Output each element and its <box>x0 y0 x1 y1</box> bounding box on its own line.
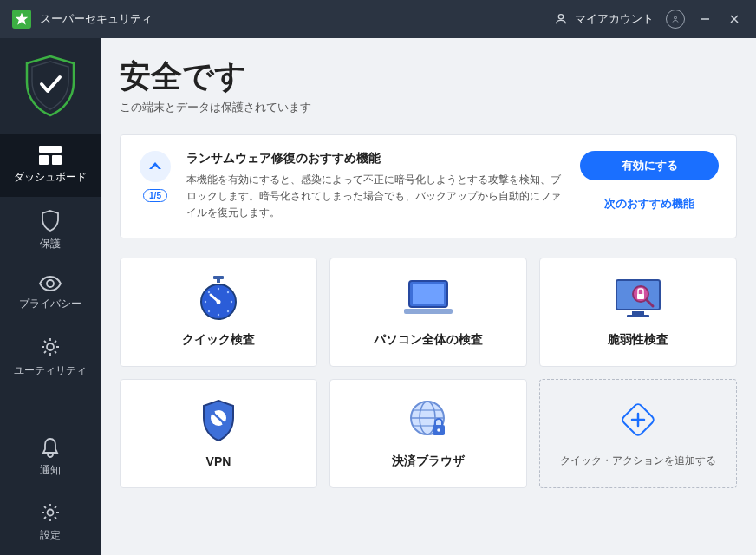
global-settings-button[interactable] <box>661 4 690 34</box>
svg-rect-27 <box>404 309 453 314</box>
monitor-search-icon <box>613 277 663 320</box>
sidebar: ダッシュボード 保護 プライバシー ユーティリティ 通知 設定 <box>0 38 101 555</box>
close-button[interactable] <box>720 14 749 24</box>
sidebar-item-label: ダッシュボード <box>14 170 87 185</box>
dashboard-icon <box>39 146 62 165</box>
sidebar-item-notifications[interactable]: 通知 <box>0 425 101 490</box>
svg-rect-30 <box>627 315 649 317</box>
bell-icon <box>41 437 60 458</box>
recommendation-icon <box>140 151 171 182</box>
up-arrow-icon <box>147 160 163 173</box>
shield-check-icon <box>22 53 79 119</box>
svg-point-36 <box>212 411 215 415</box>
svg-point-22 <box>227 291 229 292</box>
recommendation-title: ランサムウェア修復のおすすめ機能 <box>186 151 566 166</box>
svg-point-37 <box>222 421 225 425</box>
svg-rect-33 <box>637 294 644 299</box>
card-label: 脆弱性検査 <box>608 332 668 348</box>
laptop-icon <box>402 279 454 317</box>
recommendation-panel: 1/5 ランサムウェア修復のおすすめ機能 本機能を有効にすると、感染によって不正… <box>120 134 737 238</box>
svg-point-18 <box>205 300 206 302</box>
status-title: 安全です <box>120 56 737 98</box>
svg-rect-6 <box>39 146 62 153</box>
card-add-action[interactable]: クイック・アクションを追加する <box>539 379 737 488</box>
sidebar-item-dashboard[interactable]: ダッシュボード <box>0 134 101 197</box>
svg-point-24 <box>217 299 221 304</box>
sidebar-item-privacy[interactable]: プライバシー <box>0 264 101 323</box>
card-full-scan[interactable]: パソコン全体の検査 <box>329 258 527 367</box>
enable-button[interactable]: 有効にする <box>580 151 719 180</box>
plus-diamond-icon <box>617 399 659 441</box>
app-name: スーパーセキュリティ <box>40 11 153 27</box>
sidebar-item-protection[interactable]: 保護 <box>0 197 101 264</box>
minimize-icon <box>700 14 710 24</box>
minimize-button[interactable] <box>690 14 720 24</box>
svg-point-21 <box>227 310 229 311</box>
action-grid: クイック検査 パソコン全体の検査 <box>120 258 737 488</box>
sidebar-item-settings[interactable]: 設定 <box>0 490 101 555</box>
card-vulnerability-scan[interactable]: 脆弱性検査 <box>539 258 737 367</box>
svg-rect-12 <box>213 276 224 279</box>
status-shield <box>0 38 101 134</box>
svg-point-1 <box>558 15 563 19</box>
card-vpn[interactable]: VPN <box>120 379 317 488</box>
svg-rect-7 <box>39 155 49 165</box>
globe-lock-icon <box>408 399 448 441</box>
svg-point-16 <box>218 287 219 289</box>
sidebar-item-label: プライバシー <box>19 297 81 311</box>
close-icon <box>729 14 740 24</box>
svg-rect-26 <box>413 284 444 304</box>
svg-point-23 <box>208 310 210 311</box>
sidebar-item-label: 保護 <box>40 237 61 251</box>
card-quick-scan[interactable]: クイック検査 <box>120 258 317 367</box>
card-label: クイック検査 <box>182 332 255 348</box>
svg-rect-8 <box>52 155 62 165</box>
recommendation-body: 本機能を有効にすると、感染によって不正に暗号化しようとする攻撃を検知、ブロックし… <box>186 172 566 222</box>
sidebar-item-label: ユーティリティ <box>14 363 87 378</box>
user-icon <box>554 12 568 26</box>
card-label: パソコン全体の検査 <box>374 332 483 348</box>
recommendation-count: 1/5 <box>143 189 167 202</box>
status-subtitle: この端末とデータは保護されています <box>120 100 737 115</box>
user-circle-icon <box>670 14 681 24</box>
svg-point-19 <box>231 300 232 302</box>
protection-icon <box>40 209 61 232</box>
svg-point-20 <box>208 291 210 292</box>
sidebar-item-utility[interactable]: ユーティリティ <box>0 323 101 390</box>
card-label: VPN <box>206 454 231 468</box>
titlebar: スーパーセキュリティ マイアカウント <box>0 0 756 38</box>
svg-point-2 <box>675 16 677 19</box>
gear-icon <box>39 336 62 358</box>
settings-gear-icon <box>40 502 61 523</box>
content: 安全です この端末とデータは保護されています 1/5 ランサムウェア修復のおすす… <box>101 38 756 555</box>
svg-point-17 <box>218 313 219 315</box>
card-label: 決済ブラウザ <box>392 454 465 469</box>
svg-point-10 <box>47 343 54 350</box>
svg-point-11 <box>48 510 54 516</box>
svg-rect-29 <box>632 311 644 315</box>
svg-point-44 <box>437 428 440 432</box>
stopwatch-icon <box>198 276 239 321</box>
svg-marker-0 <box>16 14 27 23</box>
next-recommendation-link[interactable]: 次のおすすめ機能 <box>604 196 694 212</box>
sidebar-item-label: 通知 <box>40 463 61 478</box>
vpn-shield-icon <box>200 399 237 442</box>
sidebar-item-label: 設定 <box>40 528 61 543</box>
card-label: クイック・アクションを追加する <box>560 454 716 468</box>
account-button[interactable]: マイアカウント <box>547 6 661 32</box>
account-label: マイアカウント <box>575 11 654 27</box>
app-logo <box>12 10 31 29</box>
svg-rect-13 <box>217 279 220 283</box>
eye-icon <box>38 276 62 291</box>
card-safe-browser[interactable]: 決済ブラウザ <box>329 379 527 488</box>
svg-point-9 <box>47 280 54 287</box>
